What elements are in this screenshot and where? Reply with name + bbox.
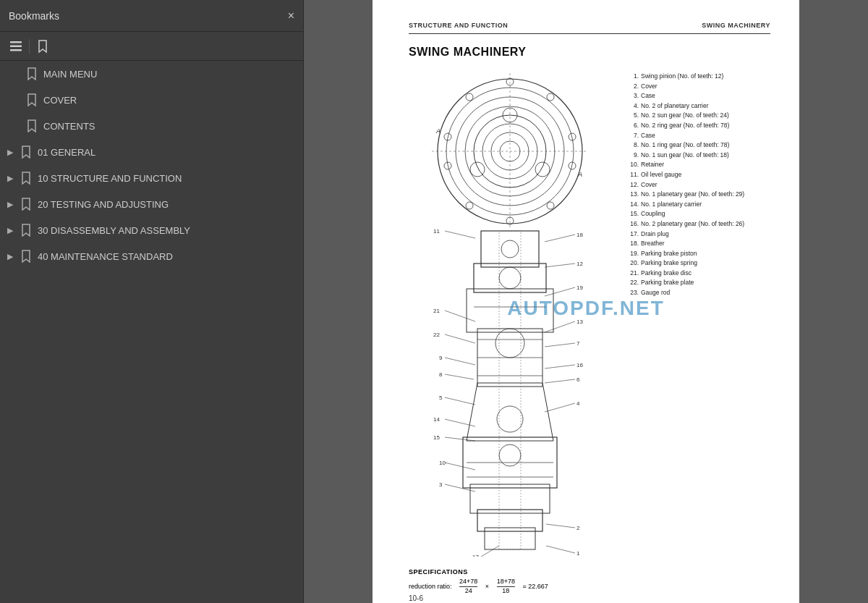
part-number: 20.: [626, 258, 639, 269]
sidebar-item-cover[interactable]: COVER: [0, 87, 303, 113]
part-item: 8.No. 1 ring gear (No. of teeth: 78): [626, 140, 770, 151]
svg-text:7: 7: [576, 340, 580, 347]
sidebar-item-30-disassembly[interactable]: ▶30 DISASSEMBLY AND ASSEMBLY: [0, 217, 303, 243]
bookmark-item-label: CONTENTS: [43, 121, 95, 132]
svg-line-58: [545, 365, 575, 368]
fraction-1: 24+78 24: [459, 578, 477, 595]
part-item: 4.No. 2 of planetary carrier: [626, 101, 770, 111]
part-number: 1.: [626, 72, 639, 82]
diagram-area: A A: [409, 72, 611, 557]
sidebar-item-10-structure[interactable]: ▶10 STRUCTURE AND FUNCTION: [0, 165, 303, 191]
svg-point-22: [535, 162, 550, 177]
part-description: Cover: [641, 82, 658, 92]
part-item: 23.Gauge rod: [626, 288, 770, 298]
expand-arrow-icon: ▶: [6, 174, 14, 182]
svg-rect-0: [10, 41, 22, 43]
part-description: Gauge rod: [641, 288, 670, 298]
specifications: SPECIFICATIONS reduction ratio: 24+78 24…: [409, 568, 770, 595]
svg-text:21: 21: [433, 308, 440, 314]
part-description: Parking brake piston: [641, 249, 697, 259]
svg-text:A: A: [577, 171, 582, 178]
svg-line-48: [545, 235, 575, 242]
svg-line-74: [445, 397, 475, 405]
spec-equals: = 22.667: [522, 583, 548, 590]
svg-line-86: [481, 546, 499, 557]
svg-text:4: 4: [576, 400, 580, 407]
svg-line-60: [545, 379, 575, 383]
svg-rect-29: [474, 263, 546, 292]
sidebar: Bookmarks × MAIN MENUCOVERCO: [0, 0, 304, 603]
svg-text:2: 2: [576, 525, 580, 531]
svg-point-20: [466, 93, 473, 101]
part-item: 17.Drain plug: [626, 229, 770, 240]
expand-arrow-icon: ▶: [6, 226, 14, 235]
toolbar-divider: [29, 39, 30, 54]
svg-point-12: [547, 93, 554, 101]
sidebar-item-contents[interactable]: CONTENTS: [0, 113, 303, 139]
close-button[interactable]: ×: [288, 10, 294, 22]
part-item: 15.Coupling: [626, 209, 770, 219]
sidebar-toolbar: [0, 32, 303, 61]
part-item: 11.Oil level gauge: [626, 170, 770, 180]
sidebar-header: Bookmarks ×: [0, 0, 303, 32]
part-description: Retainer: [641, 160, 664, 170]
spec-formula: reduction ratio: 24+78 24 × 18+78 18: [409, 578, 770, 595]
part-description: No. 2 of planetary carrier: [641, 101, 709, 111]
part-description: No. 1 ring gear (No. of teeth: 78): [641, 140, 729, 151]
part-number: 14.: [626, 200, 639, 210]
part-item: 20.Parking brake spring: [626, 258, 770, 269]
svg-line-56: [545, 343, 575, 347]
part-item: 5.No. 2 sun gear (No. of teeth: 24): [626, 111, 770, 121]
part-number: 18.: [626, 239, 639, 249]
part-number: 19.: [626, 249, 639, 259]
part-item: 19.Parking brake piston: [626, 249, 770, 259]
part-description: Breather: [641, 239, 665, 249]
svg-line-68: [445, 334, 475, 343]
spec-cross: ×: [485, 583, 489, 590]
svg-text:6: 6: [576, 376, 580, 383]
part-description: Drain plug: [641, 229, 669, 240]
bookmark-item-label: 30 DISASSEMBLY AND ASSEMBLY: [38, 225, 190, 236]
sidebar-item-main-menu[interactable]: MAIN MENU: [0, 61, 303, 87]
sidebar-item-01-general[interactable]: ▶01 GENERAL: [0, 139, 303, 165]
part-number: 11.: [626, 170, 639, 180]
svg-line-84: [546, 524, 575, 528]
sidebar-item-40-maintenance[interactable]: ▶40 MAINTENANCE STANDARD: [0, 243, 303, 269]
svg-line-70: [445, 358, 475, 365]
svg-point-23: [470, 162, 485, 177]
svg-text:15: 15: [433, 434, 440, 441]
part-description: Case: [641, 91, 655, 101]
svg-text:3: 3: [439, 481, 443, 488]
page-header-left: STRUCTURE AND FUNCTION: [409, 22, 508, 29]
svg-line-88: [546, 546, 575, 553]
parts-list: 1.Swing pinion (No. of teeth: 12)2.Cover…: [626, 72, 770, 557]
page-content: A A: [409, 72, 770, 557]
part-description: Case: [641, 131, 655, 141]
svg-line-66: [445, 311, 475, 321]
bookmark-item-icon: [20, 250, 32, 262]
part-item: 13.No. 1 planetary gear (No. of teeth: 2…: [626, 190, 770, 200]
svg-point-17: [466, 202, 473, 209]
svg-text:22: 22: [433, 332, 440, 338]
bookmark-item-icon: [26, 68, 38, 80]
svg-point-45: [495, 329, 524, 358]
svg-text:11: 11: [433, 228, 440, 235]
svg-point-44: [499, 267, 521, 289]
svg-text:8: 8: [439, 371, 443, 378]
part-description: Cover: [641, 180, 658, 190]
part-number: 23.: [626, 288, 639, 298]
specifications-title: SPECIFICATIONS: [409, 568, 770, 575]
bookmark-item-label: 01 GENERAL: [38, 147, 95, 158]
bookmark-icon[interactable]: [35, 39, 50, 54]
svg-text:A: A: [435, 127, 441, 135]
top-diagram-svg: A A: [430, 72, 590, 231]
expand-arrow-icon: ▶: [6, 148, 14, 156]
sidebar-item-20-testing[interactable]: ▶20 TESTING AND ADJUSTING: [0, 191, 303, 217]
bookmark-item-label: 10 STRUCTURE AND FUNCTION: [38, 173, 182, 184]
svg-point-46: [497, 406, 523, 432]
svg-text:19: 19: [576, 284, 583, 291]
fraction-2-num: 18+78: [497, 578, 515, 586]
list-view-icon[interactable]: [9, 39, 23, 54]
part-item: 18.Breather: [626, 239, 770, 249]
fraction-2: 18+78 18: [497, 578, 515, 595]
